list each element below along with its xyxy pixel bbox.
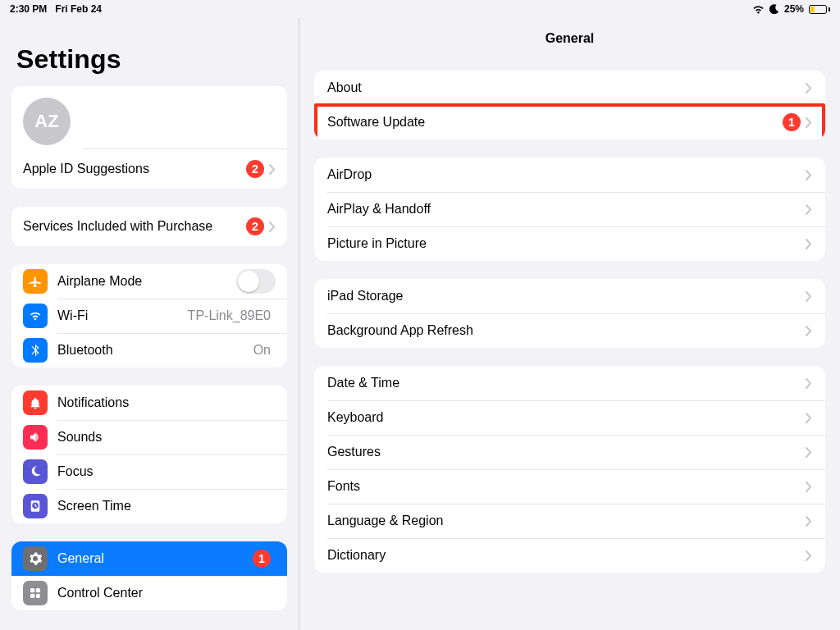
sounds-label: Sounds [57,430,276,445]
background-app-refresh-row[interactable]: Background App Refresh [314,313,825,348]
software-update-row[interactable]: Software Update 1 [314,105,825,139]
chevron-right-icon [806,326,812,336]
chevron-right-icon [806,83,812,94]
sounds-icon [23,425,48,450]
avatar: AZ [23,98,71,145]
general-label: General [57,551,253,566]
screen-time-icon [23,494,48,518]
chevron-right-icon [806,550,812,561]
screen-time-row[interactable]: Screen Time [11,489,287,523]
general-group-4: Date & Time Keyboard Gestures Fonts [314,366,825,573]
svg-rect-3 [36,594,40,598]
chevron-right-icon [269,221,276,232]
badge: 2 [246,160,264,178]
general-group-3: iPad Storage Background App Refresh [314,279,825,348]
settings-sidebar: Settings AZ Apple ID Suggestions 2 Servi… [0,18,299,630]
do-not-disturb-icon [769,4,779,14]
airplay-handoff-row[interactable]: AirPlay & Handoff [314,192,825,226]
wifi-icon [752,5,765,14]
ipad-storage-row[interactable]: iPad Storage [314,279,825,313]
services-card: Services Included with Purchase 2 [11,207,287,246]
wifi-value: TP-Link_89E0 [188,308,271,323]
battery-percentage: 25% [784,3,804,15]
control-center-label: Control Center [57,586,276,600]
fonts-row[interactable]: Fonts [314,469,825,504]
general-group-2: AirDrop AirPlay & Handoff Picture in Pic… [314,158,825,261]
chevron-right-icon [806,482,812,492]
battery-icon [809,5,830,14]
airplane-mode-toggle[interactable] [236,269,276,294]
bluetooth-icon [23,338,48,363]
date-time-label: Date & Time [327,376,806,390]
wifi-settings-icon [23,304,48,328]
chevron-right-icon [806,117,812,128]
notifications-icon [23,390,48,415]
focus-label: Focus [57,464,276,479]
profile-card: AZ Apple ID Suggestions 2 [11,86,287,189]
notifications-row[interactable]: Notifications [11,386,287,420]
connectivity-card: Airplane Mode Wi-Fi TP-Link_89E0 Bluetoo… [11,264,287,368]
chevron-right-icon [806,291,812,302]
services-included-row[interactable]: Services Included with Purchase 2 [11,207,287,246]
gestures-row[interactable]: Gestures [314,435,825,469]
wifi-row[interactable]: Wi-Fi TP-Link_89E0 [11,299,287,333]
apple-id-suggestions-row[interactable]: Apple ID Suggestions 2 [11,149,287,189]
chevron-right-icon [806,413,812,423]
general-group-1: About Software Update 1 [314,71,825,139]
software-update-label: Software Update [327,115,783,130]
apple-id-suggestions-label: Apple ID Suggestions [23,162,246,176]
picture-in-picture-label: Picture in Picture [327,236,806,251]
airdrop-label: AirDrop [327,167,806,182]
general-row[interactable]: General 1 [11,541,287,576]
status-time: 2:30 PM [10,3,47,15]
airplay-handoff-label: AirPlay & Handoff [327,202,806,217]
notifications-card: Notifications Sounds Focus [11,386,287,523]
airplane-mode-row[interactable]: Airplane Mode [11,264,287,299]
chevron-right-icon [806,204,812,215]
chevron-right-icon [806,447,812,458]
language-region-label: Language & Region [327,514,806,528]
svg-rect-2 [30,594,34,598]
airplane-icon [23,269,48,294]
ipad-storage-label: iPad Storage [327,289,806,304]
airplane-mode-label: Airplane Mode [57,274,236,289]
services-included-label: Services Included with Purchase [23,219,246,234]
wifi-label: Wi-Fi [57,308,188,323]
background-app-refresh-label: Background App Refresh [327,323,806,338]
chevron-right-icon [806,378,812,389]
focus-icon [23,459,48,484]
settings-title: Settings [16,44,287,75]
notifications-label: Notifications [57,395,276,410]
picture-in-picture-row[interactable]: Picture in Picture [314,226,825,261]
status-date: Fri Feb 24 [55,3,102,15]
svg-rect-1 [36,588,40,592]
bluetooth-row[interactable]: Bluetooth On [11,333,287,368]
badge: 1 [783,113,801,131]
general-panel: General About Software Update 1 [299,18,840,630]
screen-time-label: Screen Time [57,499,276,514]
svg-rect-0 [30,588,34,592]
panel-title: General [299,18,840,71]
keyboard-row[interactable]: Keyboard [314,400,825,435]
badge: 1 [253,550,271,568]
badge: 2 [246,217,264,235]
about-label: About [327,80,806,95]
keyboard-label: Keyboard [327,410,806,425]
sounds-row[interactable]: Sounds [11,420,287,454]
about-row[interactable]: About [314,71,825,105]
bluetooth-value: On [253,343,271,358]
gestures-label: Gestures [327,445,806,459]
language-region-row[interactable]: Language & Region [314,504,825,538]
date-time-row[interactable]: Date & Time [314,366,825,400]
focus-row[interactable]: Focus [11,454,287,489]
airdrop-row[interactable]: AirDrop [314,158,825,192]
status-bar: 2:30 PM Fri Feb 24 25% [0,0,840,18]
system-card: General 1 Control Center [11,541,287,610]
chevron-right-icon [806,239,812,249]
gear-icon [23,546,48,571]
chevron-right-icon [269,164,276,175]
control-center-row[interactable]: Control Center [11,576,287,610]
dictionary-row[interactable]: Dictionary [314,538,825,573]
chevron-right-icon [806,170,812,180]
apple-id-row[interactable]: AZ [11,86,287,148]
